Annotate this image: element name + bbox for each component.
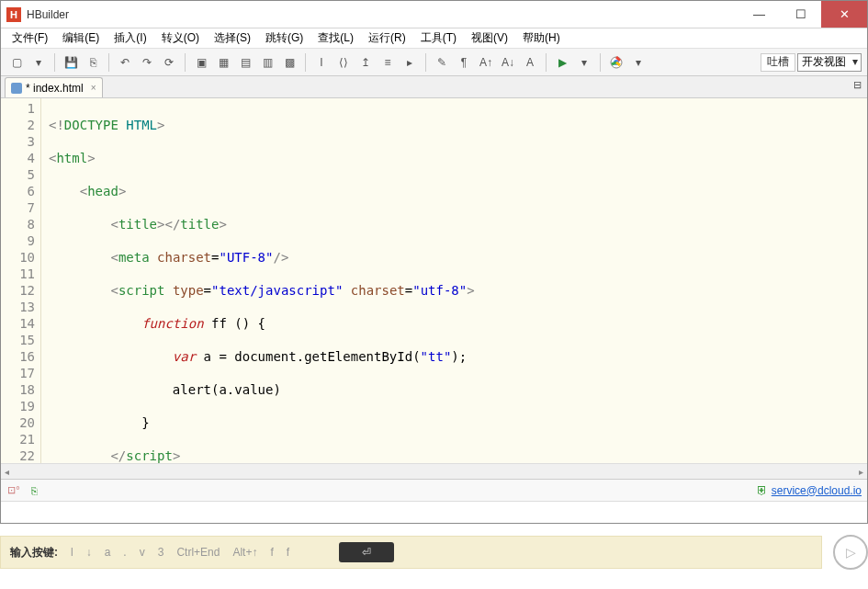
- bracket-icon[interactable]: ⟨⟩: [333, 52, 354, 73]
- app-title: HBuilder: [27, 8, 738, 21]
- tabbar: * index.html × ⊟: [1, 76, 867, 98]
- keybar-area: 输入按键: l ↓ a . v 3 Ctrl+End Alt+↑ f f ⏎ ▷: [0, 535, 868, 570]
- feedback-button[interactable]: 吐槽: [761, 53, 795, 72]
- email-link[interactable]: service@dcloud.io: [772, 484, 862, 497]
- menu-escape[interactable]: 转义(O): [154, 28, 207, 48]
- saveall-icon[interactable]: ⎘: [83, 52, 103, 73]
- box2-icon[interactable]: ▦: [213, 52, 233, 73]
- app-icon: H: [6, 7, 21, 22]
- box1-icon[interactable]: ▣: [191, 52, 211, 73]
- pilcrow-icon[interactable]: ¶: [454, 52, 474, 73]
- dropdown2-icon[interactable]: ▾: [574, 52, 594, 73]
- dropdown3-icon[interactable]: ▾: [628, 52, 648, 73]
- menu-select[interactable]: 选择(S): [207, 28, 258, 48]
- menu-insert[interactable]: 插入(I): [107, 28, 153, 48]
- menu-edit[interactable]: 编辑(E): [55, 28, 107, 48]
- undo-icon[interactable]: ↶: [115, 52, 135, 73]
- bottom-panel: [1, 501, 867, 523]
- format-icon[interactable]: ≡: [378, 52, 398, 73]
- box3-icon[interactable]: ▤: [235, 52, 255, 73]
- menubar: 文件(F) 编辑(E) 插入(I) 转义(O) 选择(S) 跳转(G) 查找(L…: [1, 28, 867, 49]
- h-scrollbar[interactable]: ◂▸: [1, 463, 867, 479]
- brush-icon[interactable]: ✎: [432, 52, 452, 73]
- menu-find[interactable]: 查找(L): [310, 28, 361, 48]
- playback-button[interactable]: ▷: [833, 535, 868, 570]
- font-inc-icon[interactable]: A↑: [476, 52, 496, 73]
- refresh-icon[interactable]: ⟳: [159, 52, 179, 73]
- menu-file[interactable]: 文件(F): [5, 28, 55, 48]
- minimize-button[interactable]: —: [738, 1, 780, 28]
- tab-label: * index.html: [26, 82, 84, 95]
- window-buttons: — ☐ ✕: [738, 1, 867, 28]
- restore-icon[interactable]: ⊟: [853, 79, 862, 91]
- view-select[interactable]: 开发视图: [797, 53, 862, 72]
- font-dec-icon[interactable]: A↓: [498, 52, 518, 73]
- menu-help[interactable]: 帮助(H): [515, 28, 568, 48]
- tab-close-icon[interactable]: ×: [91, 83, 96, 93]
- statusbar: ⊡° ⎘ ⛨ service@dcloud.io: [1, 479, 867, 501]
- maximize-button[interactable]: ☐: [780, 1, 821, 28]
- toolbar: ▢ ▾ 💾 ⎘ ↶ ↷ ⟳ ▣ ▦ ▤ ▥ ▩ I ⟨⟩ ↥ ≡ ▸ ✎ ¶ A…: [1, 49, 867, 76]
- box5-icon[interactable]: ▩: [279, 52, 299, 73]
- close-button[interactable]: ✕: [821, 1, 867, 28]
- save-icon[interactable]: 💾: [61, 52, 81, 73]
- chrome-icon[interactable]: [606, 52, 626, 73]
- status-icon-1[interactable]: ⊡°: [6, 483, 21, 498]
- menu-tools[interactable]: 工具(T): [413, 28, 464, 48]
- status-icon-2[interactable]: ⎘: [27, 483, 41, 498]
- html-icon: [11, 83, 22, 94]
- new-icon[interactable]: ▢: [6, 52, 27, 73]
- window: H HBuilder — ☐ ✕ 文件(F) 编辑(E) 插入(I) 转义(O)…: [0, 0, 868, 524]
- menu-run[interactable]: 运行(R): [361, 28, 413, 48]
- font-reset-icon[interactable]: A: [520, 52, 540, 73]
- line-gutter: 1 2 3 4 5 6 7 8 9 10 11 12 13 14 15 16 1…: [1, 98, 41, 463]
- keybar-label: 输入按键:: [10, 545, 58, 561]
- run-icon[interactable]: ▶: [552, 52, 572, 73]
- editor[interactable]: 1 2 3 4 5 6 7 8 9 10 11 12 13 14 15 16 1…: [1, 98, 867, 463]
- menu-goto[interactable]: 跳转(G): [258, 28, 310, 48]
- box4-icon[interactable]: ▥: [257, 52, 277, 73]
- tab-index[interactable]: * index.html ×: [5, 77, 103, 97]
- code-area[interactable]: <!DOCTYPE HTML> <html> <head> <title></t…: [41, 98, 867, 463]
- keybar: 输入按键: l ↓ a . v 3 Ctrl+End Alt+↑ f f ⏎: [0, 536, 822, 569]
- play-icon[interactable]: ▸: [400, 52, 420, 73]
- titlebar: H HBuilder — ☐ ✕: [1, 1, 867, 28]
- dropdown-icon[interactable]: ▾: [28, 52, 49, 73]
- cursor-icon[interactable]: I: [311, 52, 332, 73]
- menu-view[interactable]: 视图(V): [464, 28, 515, 48]
- shield-icon: ⛨: [756, 483, 768, 497]
- redo-icon[interactable]: ↷: [137, 52, 157, 73]
- enter-key[interactable]: ⏎: [339, 542, 394, 562]
- up-icon[interactable]: ↥: [355, 52, 376, 73]
